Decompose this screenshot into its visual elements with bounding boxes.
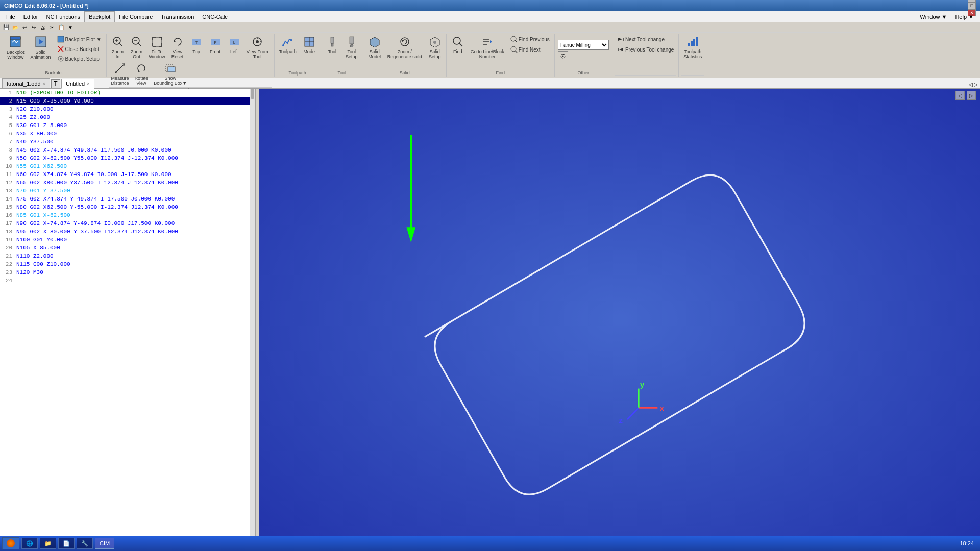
view-reset-button[interactable]: ViewReset — [168, 35, 187, 61]
other-settings-button[interactable] — [558, 51, 568, 61]
menu-file-compare[interactable]: File Compare — [115, 11, 157, 22]
solid-model-button[interactable]: SolidModel — [365, 35, 384, 61]
mode-button[interactable]: Mode — [300, 35, 318, 56]
tab-untitled-close[interactable]: × — [87, 81, 89, 86]
editor-scrollbar[interactable] — [250, 89, 255, 550]
qa-dropdown[interactable]: ▼ — [66, 23, 75, 32]
menu-backplot[interactable]: Backplot — [84, 11, 115, 22]
svg-rect-1 — [10, 37, 20, 39]
tool-button[interactable]: Tool — [323, 35, 341, 56]
toolpath-stats-button[interactable]: ToolpathStatistics — [681, 35, 704, 61]
svg-point-54 — [350, 44, 353, 47]
qa-undo[interactable]: ↩ — [20, 23, 29, 32]
tool-setup-button[interactable]: ToolSetup — [342, 35, 361, 61]
solid-animation-button[interactable]: SolidAnimation — [28, 35, 54, 61]
code-line-7: 7 N40 Y37.500 — [0, 138, 255, 146]
front-view-button[interactable]: F Front — [206, 35, 225, 56]
menu-editor[interactable]: Editor — [19, 11, 42, 22]
other-group-label: Other — [558, 70, 609, 76]
pane-separator[interactable] — [255, 89, 259, 550]
toolchange-group-label — [615, 75, 676, 76]
qa-cut[interactable]: ✂ — [48, 23, 56, 32]
svg-rect-52 — [331, 43, 333, 46]
measure-distance-button[interactable]: MeasureDistance — [109, 61, 132, 87]
svg-line-38 — [115, 64, 125, 73]
next-tool-change-button[interactable]: Next Tool change — [615, 35, 676, 44]
start-button[interactable] — [2, 537, 19, 549]
svg-marker-65 — [490, 40, 492, 43]
code-line-8: 8 N45 G02 X-74.874 Y49.874 I17.500 J0.00… — [0, 146, 255, 154]
top-view-button[interactable]: T Top — [187, 35, 206, 56]
show-bounding-box-button[interactable]: ShowBounding Box▼ — [151, 61, 189, 87]
tab-tutorial-close[interactable]: × — [43, 81, 45, 86]
quick-access-toolbar: 💾 📂 ↩ ↪ 🖨 ✂ 📋 ▼ — [0, 22, 980, 33]
toolpath-icon — [282, 36, 293, 48]
left-view-button[interactable]: L Left — [225, 35, 243, 56]
fit-window-icon — [152, 36, 163, 48]
taskbar-cimco[interactable]: CIM — [95, 538, 114, 549]
toolbar-group-solid: SolidModel Zoom /Regenerate solid SolidS… — [363, 34, 447, 77]
scrollbar-thumb[interactable] — [251, 89, 254, 99]
find-previous-button[interactable]: Find Previous — [508, 35, 552, 44]
qa-paste[interactable]: 📋 — [57, 23, 65, 32]
tab-untitled[interactable]: Untitled × — [61, 79, 94, 89]
find-icon — [452, 36, 463, 48]
toolpath-button[interactable]: Toolpath — [277, 35, 299, 56]
svg-point-59 — [433, 41, 436, 44]
menu-nc-functions[interactable]: NC Functions — [42, 11, 84, 22]
backplot-plot-button[interactable]: Backplot Plot ▼ — [55, 35, 104, 44]
backplot-window-button[interactable]: BackplotWindow — [4, 35, 27, 61]
other-dropdown[interactable]: Fanuc Milling Fanuc Turning Siemens Heid… — [558, 40, 609, 50]
menu-file[interactable]: File — [2, 11, 19, 22]
rotate-view-button[interactable]: RotateView — [132, 61, 151, 87]
view-from-tool-button[interactable]: View FromTool — [244, 35, 271, 61]
toolbar-group-toolpath: Toolpath Mode Toolpath — [275, 34, 321, 77]
tab-tutorial[interactable]: tutorial_1.odd × — [2, 78, 50, 88]
prev-tool-change-button[interactable]: Previous Tool change — [615, 45, 676, 54]
zoom-out-button[interactable]: ZoomOut — [128, 35, 146, 61]
find-button[interactable]: Find — [449, 35, 467, 56]
menu-cnc-calc[interactable]: CNC-Calc — [198, 11, 232, 22]
find-next-button[interactable]: Find Next — [508, 45, 552, 54]
taskbar-app1[interactable]: 📄 — [58, 538, 75, 549]
solid-animation-icon — [35, 36, 46, 49]
zoom-in-button[interactable]: ZoomIn — [109, 35, 127, 61]
menu-help[interactable]: Help ▼ — [951, 11, 978, 22]
solid-setup-button[interactable]: SolidSetup — [426, 35, 444, 61]
backplot-menu-group: Backplot Plot ▼ Close Backplot Backplot … — [55, 35, 104, 63]
view-nav-next[interactable]: ▷ — [967, 91, 976, 100]
rotate-icon — [136, 63, 147, 75]
svg-text:L: L — [233, 40, 235, 45]
tab-prev-arrow[interactable]: ◁ — [969, 82, 973, 87]
svg-text:z: z — [619, 416, 623, 424]
fit-to-window-button[interactable]: Fit ToWindow — [146, 35, 168, 61]
backplot-setup-button[interactable]: Backplot Setup — [55, 54, 104, 63]
view-from-tool-icon — [252, 36, 263, 48]
go-to-line-button[interactable]: Go to Line/BlockNumber — [468, 35, 507, 61]
code-line-19: 19 N100 G01 Y0.000 — [0, 236, 255, 244]
menu-window[interactable]: Window ▼ — [916, 11, 951, 22]
svg-rect-45 — [168, 67, 175, 72]
close-backplot-button[interactable]: Close Backplot — [55, 44, 104, 54]
taskbar-app2[interactable]: 🔧 — [77, 538, 93, 549]
maximize-button[interactable]: □ — [968, 2, 976, 9]
tab-next-arrow[interactable]: ▷ — [974, 82, 978, 87]
zoom-out-icon — [131, 36, 142, 48]
svg-rect-16 — [153, 37, 162, 46]
qa-open[interactable]: 📂 — [11, 23, 19, 32]
zoom-in-icon — [112, 36, 124, 48]
menu-transmission[interactable]: Transmission — [157, 11, 198, 22]
qa-save[interactable]: 💾 — [2, 23, 10, 32]
taskbar-explorer[interactable]: 📁 — [40, 538, 56, 549]
code-content[interactable]: 1 N10 (EXPORTING TO EDITOR) 2 N15 G00 X-… — [0, 89, 255, 545]
solid-animation-label: SolidAnimation — [31, 49, 51, 60]
qa-print[interactable]: 🖨 — [39, 23, 47, 32]
svg-text:y: y — [640, 380, 645, 388]
bounding-box-icon — [165, 63, 176, 75]
view-nav-prev[interactable]: ◁ — [955, 91, 965, 100]
zoom-regen-button[interactable]: Zoom /Regenerate solid — [385, 35, 425, 61]
tab-new[interactable]: T — [51, 79, 60, 88]
svg-point-56 — [401, 38, 409, 46]
taskbar-ie[interactable]: 🌐 — [21, 538, 38, 549]
qa-redo[interactable]: ↪ — [30, 23, 38, 32]
